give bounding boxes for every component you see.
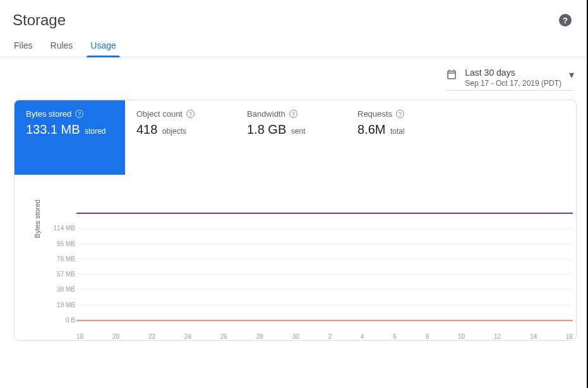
calendar-icon [446, 68, 457, 83]
x-tick-label: 6 [393, 333, 397, 340]
metric-bandwidth[interactable]: Bandwidth ? 1.8 GB sent [236, 100, 346, 175]
y-tick-label: 38 MB [51, 286, 75, 293]
metric-title: Bandwidth [247, 109, 285, 119]
chevron-down-icon: ▾ [569, 69, 574, 81]
metric-title: Bytes stored [26, 109, 71, 119]
metric-title: Object count [136, 109, 183, 119]
tab-rules[interactable]: Rules [49, 34, 75, 57]
metric-title: Requests [357, 109, 392, 119]
metric-bytes-stored[interactable]: Bytes stored ? 133.1 MB stored [15, 100, 125, 175]
info-icon[interactable]: ? [289, 110, 297, 118]
metric-unit: objects [162, 127, 186, 136]
metric-unit: stored [85, 127, 105, 136]
metric-value: 8.6M [357, 122, 385, 136]
tab-usage[interactable]: Usage [89, 34, 117, 57]
chart-gridline [76, 305, 573, 305]
chart: Bytes stored 0 B19 MB38 MB57 MB76 MB95 M… [15, 175, 576, 340]
page-title: Storage [13, 11, 66, 29]
metric-unit: sent [291, 127, 306, 136]
metric-value: 418 [136, 122, 157, 136]
chart-plot: 0 B19 MB38 MB57 MB76 MB95 MB114 MB182022… [55, 213, 573, 330]
y-tick-label: 114 MB [51, 225, 75, 232]
y-axis-label: Bytes stored [33, 199, 41, 238]
date-range-picker[interactable]: Last 30 days Sep 17 - Oct 17, 2019 (PDT)… [446, 68, 574, 91]
x-axis: 18202224262830246810121416 [76, 333, 573, 340]
info-icon[interactable]: ? [396, 110, 404, 118]
x-tick-label: 22 [148, 333, 155, 340]
x-tick-label: 16 [566, 333, 573, 340]
x-tick-label: 28 [256, 333, 263, 340]
tabs: Files Rules Usage [0, 34, 587, 57]
chart-gridline [76, 274, 573, 274]
info-icon[interactable]: ? [186, 110, 195, 118]
x-tick-label: 14 [530, 333, 537, 340]
x-tick-label: 4 [361, 333, 364, 340]
info-icon[interactable]: ? [75, 110, 83, 118]
y-tick-label: 57 MB [51, 271, 75, 278]
x-tick-label: 30 [292, 333, 299, 340]
chart-gridline [76, 289, 573, 290]
chart-gridline [76, 259, 573, 259]
chart-series [76, 320, 573, 321]
help-icon[interactable]: ? [559, 14, 572, 26]
usage-card: Bytes stored ? 133.1 MB stored Object co… [14, 100, 577, 341]
metric-requests[interactable]: Requests ? 8.6M total [346, 100, 457, 175]
y-tick-label: 0 B [51, 317, 75, 324]
metric-value: 133.1 MB [26, 122, 80, 136]
y-tick-label: 76 MB [51, 255, 75, 262]
y-tick-label: 19 MB [51, 301, 75, 308]
metric-value: 1.8 GB [247, 122, 286, 136]
chart-series [76, 213, 573, 214]
x-tick-label: 2 [328, 333, 332, 340]
y-tick-label: 95 MB [51, 240, 75, 247]
metric-object-count[interactable]: Object count ? 418 objects [125, 100, 236, 175]
date-range-label: Last 30 days [465, 68, 561, 78]
date-range-sub: Sep 17 - Oct 17, 2019 (PDT) [465, 79, 561, 88]
chart-gridline [76, 244, 573, 244]
tab-files[interactable]: Files [13, 34, 34, 57]
x-tick-label: 20 [112, 333, 119, 340]
x-tick-label: 26 [220, 333, 227, 340]
x-tick-label: 18 [76, 333, 83, 340]
chart-gridline [76, 228, 573, 228]
x-tick-label: 8 [426, 333, 429, 340]
x-tick-label: 24 [184, 333, 191, 340]
metrics-row: Bytes stored ? 133.1 MB stored Object co… [15, 100, 576, 175]
x-tick-label: 10 [458, 333, 465, 340]
x-tick-label: 12 [494, 333, 501, 340]
metric-unit: total [390, 127, 405, 136]
